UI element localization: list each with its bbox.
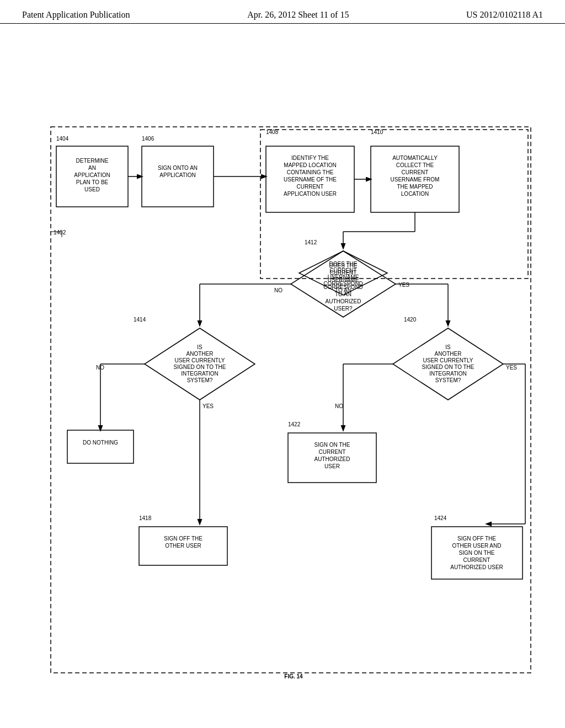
svg-rect-1 <box>260 130 528 279</box>
svg-text:SIGNED ON TO THE: SIGNED ON TO THE <box>422 364 474 370</box>
page-header: Patent Application Publication Apr. 26, … <box>0 0 565 24</box>
svg-text:OTHER USER: OTHER USER <box>165 543 201 549</box>
svg-text:DOES THE: DOES THE <box>329 263 358 269</box>
figure-label: FIG. 14 <box>284 673 303 679</box>
label-1422: 1422 <box>288 421 301 427</box>
svg-text:APPLICATION: APPLICATION <box>159 172 195 178</box>
svg-text:DO NOTHING: DO NOTHING <box>83 440 118 446</box>
svg-text:AUTHORIZED: AUTHORIZED <box>315 456 350 462</box>
label-1410: 1410 <box>371 129 383 135</box>
svg-text:AUTHORIZED USER: AUTHORIZED USER <box>450 564 503 570</box>
svg-text:CORRESPOND: CORRESPOND <box>323 284 363 290</box>
svg-text:USER CURRENTLY: USER CURRENTLY <box>175 357 225 363</box>
svg-text:USERNAME FROM: USERNAME FROM <box>391 176 440 183</box>
svg-text:IDENTIFY THE: IDENTIFY THE <box>291 155 329 161</box>
label-1414: 1414 <box>134 317 146 323</box>
label-1420: 1420 <box>404 317 417 323</box>
svg-text:IS: IS <box>197 344 202 350</box>
svg-text:USERNAME OF THE: USERNAME OF THE <box>284 176 337 183</box>
svg-text:IS: IS <box>445 344 451 350</box>
svg-text:AUTOMATICALLY: AUTOMATICALLY <box>392 155 438 161</box>
svg-text:DETERMINE: DETERMINE <box>76 158 109 164</box>
svg-text:MAPPED LOCATION: MAPPED LOCATION <box>284 162 336 168</box>
svg-text:SYSTEM?: SYSTEM? <box>187 377 213 383</box>
svg-text:USER: USER <box>324 463 340 469</box>
svg-text:CONTAINING THE: CONTAINING THE <box>287 169 334 175</box>
header-date-sheet: Apr. 26, 2012 Sheet 11 of 15 <box>247 10 349 20</box>
flowchart-svg: 1404 DETERMINE AN APPLICATION PLAN TO BE… <box>33 44 554 695</box>
header-patent-number: US 2012/0102118 A1 <box>466 10 543 20</box>
svg-text:YES: YES <box>506 365 517 371</box>
diagram-area: 1404 DETERMINE AN APPLICATION PLAN TO BE… <box>33 44 554 695</box>
svg-text:ANOTHER: ANOTHER <box>186 351 214 357</box>
svg-text:AUTHORIZED: AUTHORIZED <box>326 298 361 304</box>
svg-text:CURRENT: CURRENT <box>402 169 429 175</box>
label-1404: 1404 <box>56 136 69 142</box>
svg-text:SYSTEM?: SYSTEM? <box>435 377 461 383</box>
svg-text:YES: YES <box>202 403 214 409</box>
svg-text:USER CURRENTLY: USER CURRENTLY <box>423 357 473 363</box>
svg-text:INTEGRATION: INTEGRATION <box>429 371 467 377</box>
svg-text:ANOTHER: ANOTHER <box>435 351 462 357</box>
svg-text:INTEGRATION: INTEGRATION <box>181 371 218 377</box>
header-publication-type: Patent Application Publication <box>22 10 130 20</box>
label-1402: 1402 <box>54 229 66 235</box>
svg-text:LOCATION: LOCATION <box>401 191 429 197</box>
svg-text:CURRENT: CURRENT <box>330 270 357 276</box>
svg-rect-73 <box>67 430 134 463</box>
svg-text:OTHER USER AND: OTHER USER AND <box>452 543 502 549</box>
label-1418: 1418 <box>139 515 152 521</box>
svg-text:USED: USED <box>84 186 100 192</box>
svg-text:CURRENT: CURRENT <box>319 449 346 455</box>
svg-text:SIGN OFF THE: SIGN OFF THE <box>457 536 496 542</box>
svg-text:NO: NO <box>274 287 282 293</box>
label-1408: 1408 <box>266 129 279 135</box>
svg-text:USER?: USER? <box>334 306 353 312</box>
label-1424: 1424 <box>434 515 447 521</box>
svg-text:AN: AN <box>88 165 96 171</box>
svg-text:SIGN ONTO AN: SIGN ONTO AN <box>158 165 198 171</box>
svg-text:CURRENT: CURRENT <box>463 557 491 563</box>
svg-text:YES: YES <box>398 282 409 288</box>
svg-text:NO: NO <box>335 403 343 409</box>
label-1412: 1412 <box>305 239 317 245</box>
svg-text:SIGNED ON TO THE: SIGNED ON TO THE <box>173 364 226 370</box>
svg-text:TO AN: TO AN <box>335 291 351 297</box>
svg-text:SIGN ON THE: SIGN ON THE <box>315 442 350 448</box>
svg-text:APPLICATION USER: APPLICATION USER <box>284 191 337 197</box>
svg-text:COLLECT THE: COLLECT THE <box>396 162 434 168</box>
svg-text:PLAN TO BE: PLAN TO BE <box>76 179 109 185</box>
svg-text:CURRENT: CURRENT <box>297 184 324 190</box>
label-1406: 1406 <box>142 136 154 142</box>
svg-text:THE MAPPED: THE MAPPED <box>397 184 433 190</box>
svg-text:SIGN ON  THE: SIGN ON THE <box>459 550 495 556</box>
svg-text:SIGN OFF THE: SIGN OFF THE <box>164 536 202 542</box>
svg-text:APPLICATION: APPLICATION <box>74 172 110 178</box>
svg-text:USERNAME: USERNAME <box>328 277 359 283</box>
